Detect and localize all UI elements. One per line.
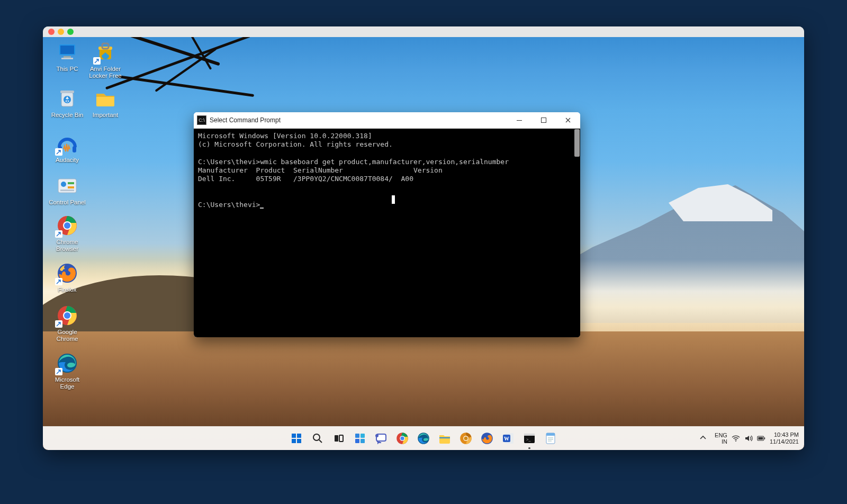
- command-prompt-body[interactable]: Microsoft Windows [Version 10.0.22000.31…: [194, 129, 580, 337]
- desktop-icon-label: Important: [85, 112, 125, 119]
- svg-rect-64: [758, 437, 763, 440]
- svg-point-48: [464, 436, 467, 440]
- clock[interactable]: 10:43 PM 11/14/2021: [770, 431, 799, 445]
- taskbar[interactable]: W >_: [43, 426, 804, 450]
- cmd-line: Microsoft Windows [Version 10.0.22000.31…: [198, 132, 372, 140]
- desktop-icon-label: GoogleChrome: [47, 329, 87, 343]
- language-bottom: IN: [722, 438, 727, 445]
- task-view-button[interactable]: [330, 430, 347, 447]
- desktop-icon-label: Control Panel: [47, 199, 87, 206]
- windows-desktop[interactable]: This PC Recycle Bin: [43, 37, 804, 450]
- cmd-line: Manufacturer Product SerialNumber Versio…: [198, 166, 443, 174]
- host-mac-window: This PC Recycle Bin: [43, 26, 804, 450]
- desktop-icon-anvi-folder-locker[interactable]: Anvi FolderLocker Free: [85, 41, 125, 79]
- desktop-icon-audacity[interactable]: Audacity: [47, 132, 87, 164]
- snow-cap-graphic: [624, 184, 772, 221]
- cmd-line: C:\Users\thevi>: [198, 201, 260, 209]
- desktop-icon-label: Anvi FolderLocker Free: [85, 66, 125, 79]
- text-cursor-icon: [392, 195, 395, 204]
- taskbar-edge[interactable]: [415, 430, 432, 447]
- svg-point-10: [61, 182, 66, 187]
- svg-rect-36: [361, 434, 365, 438]
- shortcut-arrow-icon: [55, 278, 62, 285]
- desktop-icon-label: Audacity: [47, 157, 87, 164]
- svg-rect-25: [517, 120, 522, 121]
- taskbar-file-explorer[interactable]: [436, 430, 453, 447]
- scrollbar-thumb[interactable]: [574, 129, 580, 157]
- quick-settings[interactable]: [732, 434, 765, 443]
- svg-rect-8: [73, 146, 76, 152]
- svg-rect-54: [524, 434, 535, 436]
- systray-overflow-button[interactable]: [696, 431, 710, 445]
- desktop-icon-important[interactable]: Important: [85, 87, 125, 119]
- svg-rect-35: [355, 434, 359, 438]
- close-button[interactable]: [556, 112, 580, 128]
- desktop-icon-label: This PC: [47, 66, 87, 73]
- taskbar-firefox[interactable]: [479, 430, 495, 447]
- svg-rect-37: [355, 439, 359, 443]
- taskbar-center: W >_: [288, 430, 559, 447]
- taskbar-chrome[interactable]: [394, 430, 411, 447]
- search-button[interactable]: [309, 430, 326, 447]
- svg-rect-27: [292, 434, 296, 438]
- desktop-icon-google-chrome[interactable]: GoogleChrome: [47, 304, 87, 343]
- svg-rect-11: [68, 182, 74, 184]
- desktop-icon-control-panel[interactable]: Control Panel: [47, 175, 87, 206]
- taskbar-chrome-canary[interactable]: [457, 430, 474, 447]
- desktop-icon-microsoft-edge[interactable]: MicrosoftEdge: [47, 352, 87, 390]
- taskbar-cmd[interactable]: >_: [521, 430, 538, 447]
- mac-close-icon[interactable]: [48, 29, 55, 35]
- branch-graphic: [105, 37, 250, 89]
- svg-rect-63: [764, 437, 765, 439]
- svg-rect-3: [61, 58, 73, 59]
- chat-button[interactable]: [373, 430, 390, 447]
- widgets-button[interactable]: [352, 430, 368, 447]
- wifi-icon: [732, 434, 740, 443]
- shortcut-arrow-icon: [93, 57, 101, 65]
- svg-rect-5: [60, 91, 74, 93]
- start-button[interactable]: [288, 430, 305, 447]
- shortcut-arrow-icon: [55, 320, 62, 328]
- cursor-caret: [260, 208, 264, 209]
- svg-rect-24: [102, 43, 109, 49]
- command-prompt-title: Select Command Prompt: [210, 116, 281, 124]
- svg-point-43: [400, 436, 404, 440]
- svg-rect-29: [292, 439, 296, 443]
- svg-point-16: [64, 222, 70, 229]
- desktop-icon-firefox[interactable]: Firefox: [47, 262, 87, 293]
- command-prompt-window[interactable]: C:\ Select Command Prompt Microsoft Wind…: [194, 112, 580, 337]
- mac-minimize-icon[interactable]: [58, 29, 64, 35]
- volume-icon: [744, 434, 753, 443]
- language-indicator[interactable]: ENG IN: [715, 432, 727, 445]
- mac-maximize-icon[interactable]: [67, 29, 74, 35]
- folder-icon: [94, 87, 116, 110]
- desktop-icon-label: ChromeBrowser: [47, 239, 87, 253]
- svg-text:>_: >_: [526, 437, 531, 442]
- audacity-icon: [56, 132, 78, 155]
- mac-titlebar: [43, 26, 804, 37]
- svg-rect-45: [439, 437, 450, 438]
- cmd-icon: C:\: [197, 115, 206, 125]
- taskbar-notepad[interactable]: [542, 430, 559, 447]
- branch-graphic: [118, 75, 254, 97]
- desktop-icon-chrome-browser[interactable]: ChromeBrowser: [47, 214, 87, 253]
- command-prompt-titlebar[interactable]: C:\ Select Command Prompt: [194, 112, 580, 129]
- shortcut-arrow-icon: [55, 148, 62, 156]
- minimize-button[interactable]: [507, 112, 531, 128]
- shortcut-arrow-icon: [55, 230, 62, 238]
- svg-point-31: [313, 434, 320, 440]
- language-top: ENG: [715, 432, 727, 438]
- date-text: 11/14/2021: [770, 438, 799, 445]
- foreground-graphic: [43, 331, 804, 427]
- taskbar-active-indicator: [528, 447, 530, 449]
- svg-rect-12: [68, 186, 74, 188]
- chrome-icon: [56, 304, 78, 327]
- desktop-icon-recycle-bin[interactable]: Recycle Bin: [47, 87, 87, 119]
- svg-line-32: [319, 440, 322, 443]
- cmd-line: (c) Microsoft Corporation. All rights re…: [198, 140, 393, 148]
- time-text: 10:43 PM: [774, 431, 799, 438]
- desktop-icon-this-pc[interactable]: This PC: [47, 41, 87, 73]
- maximize-button[interactable]: [531, 112, 556, 128]
- scrollbar[interactable]: [574, 129, 580, 337]
- taskbar-word[interactable]: W: [500, 430, 517, 447]
